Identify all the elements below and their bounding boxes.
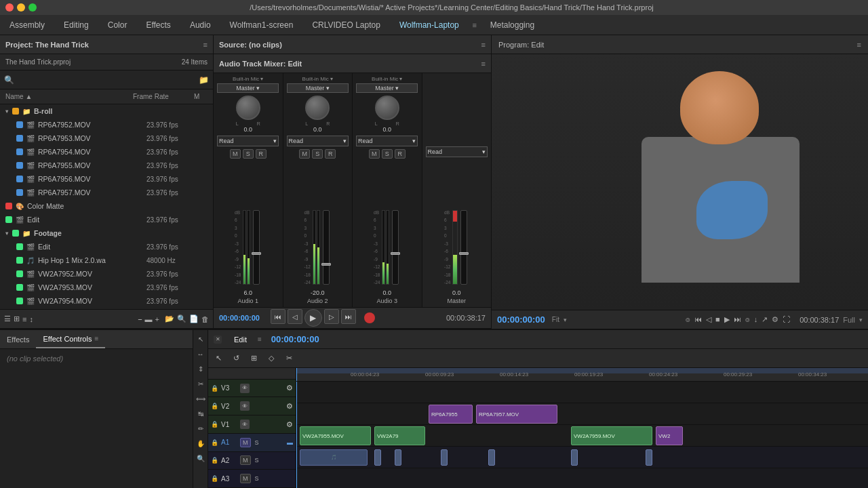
file-vw7954[interactable]: 🎬 VW2A7954.MOV 23.976 fps bbox=[11, 294, 213, 308]
a3-mute[interactable]: M bbox=[240, 474, 251, 483]
ch2-read[interactable]: Read ▾ bbox=[287, 136, 349, 146]
program-monitor-menu[interactable]: ≡ bbox=[857, 41, 861, 49]
icon-view-icon[interactable]: ⊞ bbox=[14, 314, 20, 323]
nav-wolfman-laptop[interactable]: Wolfman-Laptop bbox=[390, 15, 469, 35]
ch1-mute[interactable]: M bbox=[230, 149, 241, 159]
maximize-button[interactable] bbox=[28, 3, 37, 12]
ch1-knob[interactable] bbox=[236, 96, 260, 120]
track-lane-v3[interactable] bbox=[296, 382, 868, 403]
ch3-master-select[interactable]: Master ▾ bbox=[356, 83, 418, 93]
new-folder-icon[interactable]: 📁 bbox=[199, 75, 209, 85]
ch2-master-select[interactable]: Master ▾ bbox=[287, 83, 349, 93]
tl-btn-ripple[interactable]: ↺ bbox=[229, 351, 243, 366]
v1-visibility[interactable]: 👁 bbox=[240, 420, 250, 429]
ch3-read[interactable]: Read ▾ bbox=[356, 136, 418, 146]
transport-step-back[interactable]: ◁ bbox=[288, 309, 302, 324]
clip-vw7959[interactable]: VW2A7959.MOV bbox=[571, 426, 652, 445]
a1-clip-3[interactable] bbox=[395, 449, 401, 466]
clip-rp7957[interactable]: RP6A7957.MOV bbox=[476, 405, 557, 424]
file-hiphop[interactable]: 🎵 Hip Hop 1 Mix 2.0.wa 48000 Hz bbox=[11, 253, 213, 267]
nav-wolfman-menu[interactable]: ≡ bbox=[469, 15, 481, 35]
prog-play[interactable]: ▶ bbox=[723, 314, 731, 325]
ch1-rec[interactable]: R bbox=[256, 149, 267, 159]
v3-lock[interactable]: 🔒 bbox=[211, 385, 218, 392]
effect-controls-menu[interactable]: ≡ bbox=[94, 335, 98, 342]
a1-mute[interactable]: M bbox=[240, 438, 251, 447]
tl-btn-selector[interactable]: ↖ bbox=[211, 351, 226, 366]
prog-step-back[interactable]: ◁ bbox=[705, 314, 713, 325]
file-vw7953[interactable]: 🎬 VW2A7953.MOV 23.976 fps bbox=[11, 281, 213, 294]
a3-solo[interactable]: S bbox=[255, 475, 259, 482]
a3-lock[interactable]: 🔒 bbox=[211, 475, 218, 482]
tl-btn-insert[interactable]: ⊞ bbox=[246, 351, 261, 366]
tool-slide[interactable]: ↹ bbox=[195, 407, 207, 420]
tool-select[interactable]: ↖ bbox=[195, 333, 207, 345]
file-rp7957[interactable]: 🎬 RP6A7957.MOV 23.976 fps bbox=[11, 186, 213, 199]
v3-extra[interactable]: ⚙ bbox=[286, 384, 293, 392]
tool-rate-stretch[interactable]: ⇕ bbox=[195, 363, 207, 375]
file-vw7952[interactable]: 🎬 VW2A7952.MOV 23.976 fps bbox=[11, 267, 213, 281]
folder-broll[interactable]: ▾ 📁 B-roll bbox=[0, 104, 213, 118]
close-button[interactable] bbox=[5, 3, 14, 12]
prog-prev-edit[interactable]: ⏮ bbox=[693, 314, 703, 325]
v2-visibility[interactable]: 👁 bbox=[240, 401, 250, 411]
prog-mark-in[interactable]: ⌾ bbox=[684, 314, 692, 325]
effect-controls-tab[interactable]: Effect Controls ≡ bbox=[36, 330, 105, 348]
track-lane-v1[interactable]: VW2A7955.MOV VW2A79 VW2A7959.MOV VW2 bbox=[296, 425, 868, 447]
tl-btn-marker[interactable]: ◇ bbox=[264, 351, 279, 366]
transport-record[interactable] bbox=[364, 312, 375, 323]
prog-insert[interactable]: ↓ bbox=[753, 314, 760, 325]
file-rp7953[interactable]: 🎬 RP6A7953.MOV 23.976 fps bbox=[11, 131, 213, 145]
ch2-mute[interactable]: M bbox=[299, 149, 310, 159]
effects-tab[interactable]: Effects bbox=[0, 330, 36, 348]
nav-audio[interactable]: Audio bbox=[180, 15, 220, 35]
prog-settings[interactable]: ⚙ bbox=[770, 314, 780, 325]
transport-to-start[interactable]: ⏮ bbox=[271, 309, 285, 324]
a1-clip-4[interactable] bbox=[441, 449, 448, 466]
a1-clip-1[interactable]: 🎵 bbox=[300, 449, 368, 466]
timeline-tab-menu[interactable]: ≡ bbox=[258, 336, 262, 343]
audio-mixer-menu[interactable]: ≡ bbox=[481, 60, 486, 68]
clip-rp7955[interactable]: RP6A7955 bbox=[429, 405, 473, 424]
a2-solo[interactable]: S bbox=[255, 457, 259, 464]
zoom-out-icon[interactable]: − bbox=[138, 315, 142, 323]
ch1-solo[interactable]: S bbox=[243, 149, 254, 159]
ch1-read[interactable]: Read ▾ bbox=[217, 136, 279, 146]
project-menu-icon[interactable]: ≡ bbox=[203, 41, 208, 49]
zoom-slider[interactable]: ▬ bbox=[145, 315, 153, 323]
prog-mark-out[interactable]: ⌾ bbox=[744, 314, 751, 325]
nav-assembly[interactable]: Assembly bbox=[0, 15, 54, 35]
tool-slip[interactable]: ⟺ bbox=[195, 392, 207, 405]
file-rp7955[interactable]: 🎬 RP6A7955.MOV 23.976 fps bbox=[11, 159, 213, 172]
ch2-rec[interactable]: R bbox=[325, 149, 336, 159]
a2-lock[interactable]: 🔒 bbox=[211, 457, 218, 464]
tl-btn-razor[interactable]: ✂ bbox=[281, 351, 296, 366]
file-rp7952[interactable]: 🎬 RP6A7952.MOV 23.976 fps bbox=[11, 118, 213, 131]
nav-crlvideo[interactable]: CRLVIDEO Laptop bbox=[302, 15, 390, 35]
transport-step-forward[interactable]: ▷ bbox=[324, 309, 339, 324]
list-view-icon[interactable]: ☰ bbox=[4, 314, 11, 323]
clear-icon[interactable]: 🗑 bbox=[201, 315, 209, 323]
a1-clip-7[interactable] bbox=[646, 449, 652, 466]
tool-zoom[interactable]: 🔍 bbox=[195, 452, 207, 464]
a1-clip-5[interactable] bbox=[488, 449, 495, 466]
zoom-dropdown-icon[interactable]: ▾ bbox=[564, 317, 567, 323]
ch3-fader[interactable] bbox=[392, 210, 399, 285]
a1-solo[interactable]: S bbox=[255, 439, 259, 446]
prog-stop[interactable]: ■ bbox=[714, 314, 722, 325]
a1-clip-6[interactable] bbox=[571, 449, 578, 466]
ch3-rec[interactable]: R bbox=[395, 149, 406, 159]
metadata-icon[interactable]: ≡ bbox=[22, 315, 26, 323]
tool-razor[interactable]: ✂ bbox=[195, 378, 207, 390]
program-zoom-preset[interactable]: Full bbox=[843, 316, 855, 324]
search-input[interactable] bbox=[17, 76, 196, 84]
nav-color[interactable]: Color bbox=[98, 15, 137, 35]
clip-vw2a79[interactable]: VW2A79 bbox=[374, 426, 425, 445]
find-icon[interactable]: 🔍 bbox=[177, 314, 186, 323]
minimize-button[interactable] bbox=[17, 3, 25, 12]
file-rp7954[interactable]: 🎬 RP6A7954.MOV 23.976 fps bbox=[11, 145, 213, 159]
nav-effects[interactable]: Effects bbox=[136, 15, 180, 35]
zoom-in-icon[interactable]: + bbox=[155, 315, 159, 323]
v2-lock[interactable]: 🔒 bbox=[211, 403, 218, 409]
ch3-mute[interactable]: M bbox=[369, 149, 380, 159]
